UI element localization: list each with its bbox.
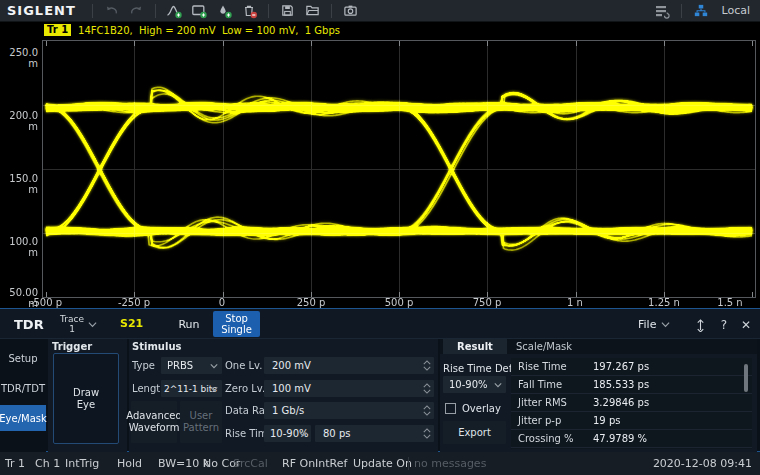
trace-badge[interactable]: Tr 1 [44,24,71,36]
user-pattern-line2: Pattern [183,422,219,434]
data-rate-spinner[interactable] [421,403,432,418]
panel-sequence-icon[interactable] [653,2,672,20]
sparam-label[interactable]: S21 [120,317,143,330]
open-file-icon[interactable] [303,2,322,20]
redo-icon[interactable] [127,2,146,20]
x-axis-tick-label: 1.25 n [634,297,694,308]
result-scrollbar[interactable] [744,364,748,392]
x-axis-tick-label: -250 p [104,297,164,308]
x-axis-tick-label: 750 p [457,297,517,308]
spinner-up-icon[interactable] [423,428,431,433]
prbs-type-dropdown[interactable]: PRBS [161,357,222,374]
spinner-up-icon[interactable] [423,405,431,410]
result-value: 19 ps [593,415,620,426]
advanced-waveform-button[interactable]: Adavanced Waveform [131,401,177,443]
zero-level-value: 100 mV [272,383,311,394]
export-button[interactable]: Export [443,421,506,444]
result-name: Jitter RMS [518,397,567,408]
eye-diagram-plot: 250.0 m 200.0 m 150.0 m 100.0 m 50.00 m … [0,38,760,308]
network-icon[interactable] [691,2,710,20]
advanced-waveform-line2: Waveform [129,422,180,434]
result-row: Jitter RMS 3.29846 ps [511,394,752,412]
file-menu-label: File [638,318,656,331]
save-file-icon[interactable] [278,2,297,20]
tab-eye-mask[interactable]: Eye/Mask [0,405,46,431]
toolbar-divider [92,4,93,18]
run-button[interactable]: Run [168,312,210,337]
help-icon[interactable]: ? [714,312,734,337]
prbs-length-dropdown[interactable]: 2^11-1 bits [161,380,222,397]
spinner-up-icon[interactable] [423,360,431,365]
zero-level-input[interactable]: 100 mV [264,380,434,397]
spinner-down-icon[interactable] [423,389,431,394]
tdr-panel-header: TDR Trace 1 S21 Run Stop Single File [0,309,760,339]
tab-result[interactable]: Result [443,339,507,354]
result-rise-time-def-dropdown[interactable]: 10-90% [443,376,506,393]
chevron-down-icon [661,321,670,328]
status-reference: IntRef [315,457,347,470]
undo-icon[interactable] [102,2,121,20]
spinner-down-icon[interactable] [423,434,431,439]
rise-time-input[interactable]: 80 ps [315,425,434,442]
spinner-down-icon[interactable] [423,411,431,416]
chevron-down-icon [88,321,97,328]
spinner-down-icon[interactable] [423,366,431,371]
status-bandwidth: BW=10 k [158,457,209,470]
status-trace: Tr 1 [5,457,25,470]
trace-info-text: 14FC1B20, High = 200 mV Low = 100 mV, 1 … [78,25,340,36]
spinner-up-icon[interactable] [423,383,431,388]
file-menu[interactable]: File [638,312,670,337]
rise-time-value: 80 ps [323,428,350,439]
close-icon[interactable]: ✕ [736,312,756,337]
status-rf: RF On [282,457,315,470]
status-srccal: SrcCal [233,457,268,470]
rise-time-def-dropdown[interactable]: 10-90% [264,425,311,442]
delete-trace-icon[interactable] [240,2,259,20]
expand-panel-icon[interactable] [690,312,710,337]
tab-scale-mask[interactable]: Scale/Mask [509,339,579,354]
status-channel: Ch 1 [35,457,60,470]
add-trace-icon[interactable] [165,2,184,20]
one-level-spinner[interactable] [421,358,432,373]
chevron-down-icon [299,431,307,437]
overlay-checkbox[interactable] [445,403,456,414]
toolbar-divider [268,4,269,18]
y-axis-tick-label: 150.0 m [0,173,38,184]
stop-single-button[interactable]: Stop Single [213,311,260,337]
stop-single-line1: Stop [225,313,248,324]
tab-tdr-tdt[interactable]: TDR/TDT [0,377,46,399]
result-row: Rise Time 197.267 ps [511,358,752,376]
x-axis-tick-label: 1 n [545,297,605,308]
user-pattern-button: User Pattern [180,401,222,443]
y-axis-tick-label: 250.0 m [0,47,38,58]
eye-diagram-canvas[interactable] [42,40,756,298]
status-trigger: IntTrig [65,457,99,470]
rise-time-def-label: Rise Time Def. [443,360,515,377]
status-datetime: 2020-12-08 09:41 [653,457,752,470]
toolbar-divider [331,4,332,18]
result-value: 3.29846 ps [593,397,649,408]
one-level-input[interactable]: 200 mV [264,357,434,374]
type-label: Type [132,357,155,374]
status-divider [408,457,409,470]
one-level-label: One Lv. [225,357,262,374]
stop-single-line2: Single [221,324,252,335]
top-toolbar: SIGLENT [0,0,760,22]
rise-time-spinner[interactable] [421,426,432,441]
y-axis-tick-label: 200.0 m [0,110,38,121]
draw-eye-button[interactable]: Draw Eye [53,353,119,444]
add-window-icon[interactable] [190,2,209,20]
result-value: 197.267 ps [593,361,649,372]
data-rate-input[interactable]: 1 Gb/s [264,402,434,419]
connection-mode-label[interactable]: Local [721,4,750,17]
trace-selector-dropdown[interactable]: Trace 1 [56,311,100,337]
result-rise-time-def-value: 10-90% [449,379,488,390]
zero-level-spinner[interactable] [421,381,432,396]
user-pattern-line1: User [190,410,213,422]
screenshot-icon[interactable] [341,2,360,20]
overlay-checkbox-row[interactable]: Overlay [445,403,501,414]
tab-setup[interactable]: Setup [0,347,46,369]
status-message: no messages [414,457,486,470]
add-marker-icon[interactable] [215,2,234,20]
result-tab-row: Result Scale/Mask [440,339,757,354]
